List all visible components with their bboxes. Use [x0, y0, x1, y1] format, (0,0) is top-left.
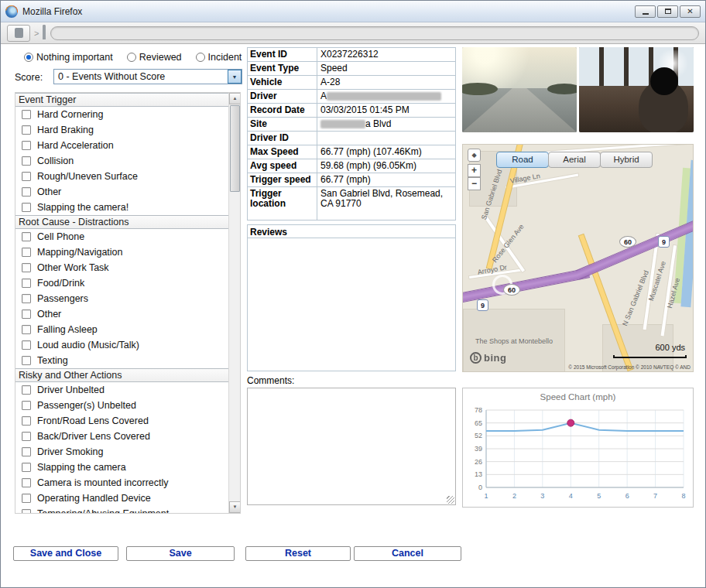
detail-label: Driver: [248, 90, 317, 103]
checkbox-icon[interactable]: [22, 401, 31, 410]
checkbox-icon[interactable]: [22, 356, 31, 365]
checkbox-icon[interactable]: [22, 509, 31, 513]
checkbox-icon[interactable]: [22, 494, 31, 503]
checklist-item-other[interactable]: Other: [15, 184, 228, 200]
firefox-icon: [5, 5, 18, 18]
chevron-down-icon[interactable]: ▼: [228, 70, 242, 84]
radio-nothing-important[interactable]: Nothing important: [24, 52, 113, 63]
checkbox-icon[interactable]: [22, 248, 31, 257]
checklist-item-collision[interactable]: Collision: [15, 153, 228, 169]
svg-text:52: 52: [475, 432, 482, 439]
maximize-button[interactable]: [657, 5, 678, 18]
checklist-item-passengers[interactable]: Passengers: [15, 291, 228, 306]
checkbox-icon[interactable]: [22, 141, 31, 150]
bing-map[interactable]: Village LnSan Gabriel BlvdRose Glen AveA…: [462, 144, 694, 372]
checkbox-icon[interactable]: [22, 309, 31, 319]
radio-icon[interactable]: [127, 53, 136, 62]
checklist-item-hard-braking[interactable]: Hard Braking: [15, 122, 228, 138]
checklist-item-back-driver-lens-covered[interactable]: Back/Driver Lens Covered: [15, 429, 228, 444]
checkbox-icon[interactable]: [22, 478, 31, 487]
checklist-item-food-drink[interactable]: Food/Drink: [15, 275, 228, 291]
road-camera-image[interactable]: [462, 47, 577, 132]
detail-label: Event ID: [248, 48, 317, 61]
checklist-item-driver-smoking[interactable]: Driver Smoking: [15, 444, 228, 460]
scroll-down-button[interactable]: ▼: [229, 501, 241, 513]
score-selected-value: 0 - Events Without Score: [54, 71, 228, 82]
checklist-item-tampering-abusing-equipment[interactable]: Tampering/Abusing Equipment: [15, 506, 228, 513]
checkbox-icon[interactable]: [22, 325, 31, 334]
checkbox-icon[interactable]: [22, 232, 31, 241]
checkbox-icon[interactable]: [22, 156, 31, 166]
minimize-button[interactable]: [635, 5, 656, 18]
checklist-item-hard-acceleration[interactable]: Hard Acceleration: [15, 138, 228, 153]
checklist-item-slapping-the-camera[interactable]: Slapping the camera: [15, 460, 228, 475]
detail-value: A-28: [317, 76, 455, 89]
save-button[interactable]: Save: [126, 546, 235, 561]
checklist-item-label: Hard Cornering: [37, 109, 103, 120]
radio-label: Nothing important: [36, 52, 113, 63]
reset-button[interactable]: Reset: [245, 546, 351, 561]
checklist-scrollbar[interactable]: ▲ ▼: [228, 93, 240, 513]
checklist-item-mapping-navigation[interactable]: Mapping/Navigation: [15, 244, 228, 260]
checkbox-icon[interactable]: [22, 187, 31, 197]
checklist-item-other[interactable]: Other: [15, 306, 228, 322]
checkbox-icon[interactable]: [22, 294, 31, 303]
checkbox-icon[interactable]: [22, 385, 31, 395]
save-and-close-button[interactable]: Save and Close: [13, 546, 118, 561]
score-dropdown[interactable]: 0 - Events Without Score ▼: [53, 69, 242, 84]
checkbox-icon[interactable]: [22, 172, 31, 181]
checklist-item-operating-handled-device[interactable]: Operating Handled Device: [15, 491, 228, 506]
window-title: Mozilla Firefox: [22, 6, 82, 17]
scroll-up-button[interactable]: ▲: [229, 93, 241, 104]
detail-value: 66.77 (mph) (107.46Km): [317, 145, 455, 159]
map-type-aerial[interactable]: Aerial: [548, 152, 601, 168]
checkbox-icon[interactable]: [22, 279, 31, 288]
zoom-out-button[interactable]: −: [468, 177, 481, 190]
radio-icon[interactable]: [196, 53, 205, 62]
checkbox-icon[interactable]: [22, 203, 31, 212]
map-compass-icon[interactable]: ◆: [468, 149, 481, 162]
svg-text:4: 4: [569, 492, 573, 500]
radio-icon[interactable]: [24, 53, 33, 62]
checklist-item-texting[interactable]: Texting: [15, 353, 228, 368]
radio-incident[interactable]: Incident: [196, 52, 242, 63]
checkbox-icon[interactable]: [22, 125, 31, 135]
map-type-hybrid[interactable]: Hybrid: [600, 152, 653, 168]
detail-label: Avg speed: [248, 159, 317, 173]
checkbox-icon[interactable]: [22, 447, 31, 456]
checkbox-icon[interactable]: [22, 463, 31, 472]
checkbox-icon[interactable]: [22, 263, 31, 272]
checklist-item-other-work-task[interactable]: Other Work Task: [15, 260, 228, 275]
checklist-item-label: Camera is mounted incorrectly: [37, 477, 169, 488]
page-icon: [15, 28, 23, 38]
checkbox-icon[interactable]: [22, 110, 31, 119]
map-shield-9: 9: [477, 299, 488, 311]
checklist-item-passenger-s-unbelted[interactable]: Passenger(s) Unbelted: [15, 398, 228, 413]
checklist-item-hard-cornering[interactable]: Hard Cornering: [15, 107, 228, 122]
checklist-item-slapping-the-camera[interactable]: Slapping the camera!: [15, 200, 228, 215]
map-type-road[interactable]: Road: [496, 152, 549, 168]
checkbox-icon[interactable]: [22, 416, 31, 426]
zoom-in-button[interactable]: +: [468, 164, 481, 177]
titlebar[interactable]: Mozilla Firefox ✕: [1, 1, 705, 22]
checklist-item-loud-audio-music-talk[interactable]: Loud audio (Music/Talk): [15, 337, 228, 353]
cancel-button[interactable]: Cancel: [354, 546, 461, 561]
detail-row-trigger-location: Trigger locationSan Gabriel Blvd, Roseme…: [247, 186, 456, 220]
checklist-item-falling-asleep[interactable]: Falling Asleep: [15, 322, 228, 337]
url-input[interactable]: [50, 26, 699, 40]
close-button[interactable]: ✕: [680, 5, 701, 18]
checklist-item-camera-is-mounted-incorrectly[interactable]: Camera is mounted incorrectly: [15, 475, 228, 491]
checklist-item-rough-uneven-surface[interactable]: Rough/Uneven Surface: [15, 169, 228, 184]
radio-reviewed[interactable]: Reviewed: [127, 52, 182, 63]
svg-text:26: 26: [475, 458, 482, 466]
checklist-item-front-road-lens-covered[interactable]: Front/Road Lens Covered: [15, 413, 228, 429]
scrollbar-thumb[interactable]: [230, 105, 240, 192]
checklist-item-cell-phone[interactable]: Cell Phone: [15, 229, 228, 244]
comments-textarea[interactable]: [247, 388, 456, 505]
checkbox-icon[interactable]: [22, 432, 31, 441]
driver-camera-image[interactable]: [579, 47, 694, 132]
checklist-item-driver-unbelted[interactable]: Driver Unbelted: [15, 382, 228, 398]
page-action-button[interactable]: [7, 25, 30, 42]
checklist-item-label: Other Work Task: [37, 262, 109, 273]
checkbox-icon[interactable]: [22, 340, 31, 350]
